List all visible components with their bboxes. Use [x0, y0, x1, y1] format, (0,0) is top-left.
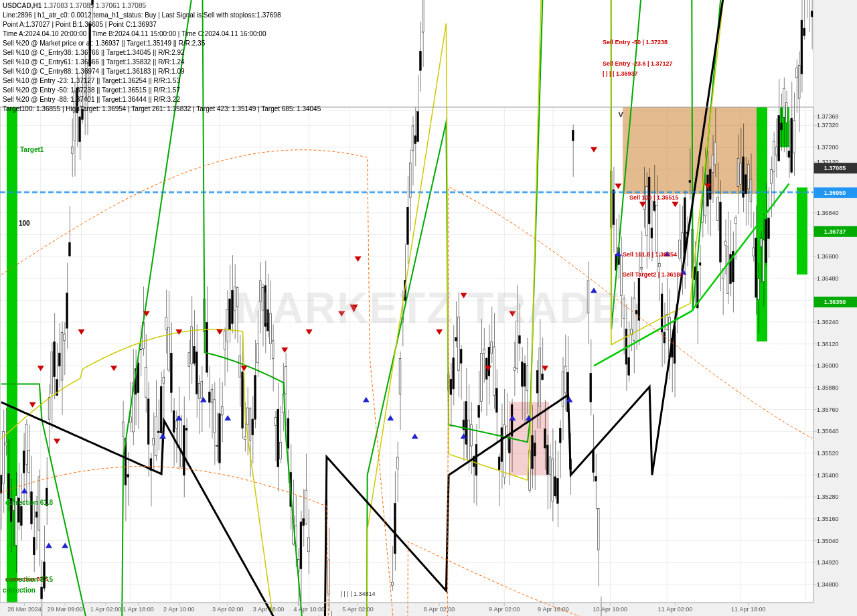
correction-label: correction [3, 587, 35, 594]
symbol-line: USDCAD,H1 1.37083 1.37085 1.37061 1.3708… [3, 1, 321, 11]
symbol-text: USDCAD,H1 [3, 2, 42, 9]
sell-entry-236-label: Sell Entry -23.6 | 1.37127 [603, 60, 673, 67]
price-136937-label: | | | | 1.36937 [603, 70, 638, 77]
info-panel: USDCAD,H1 1.37083 1.37085 1.37061 1.3708… [3, 1, 321, 114]
info-line3: Time A:2024.04.10 20:00:00 | Time B:2024… [3, 29, 321, 39]
info-line2: Point A:1.37027 | Point B:1.36605 | Poin… [3, 20, 321, 29]
sell-line6: Sell %20 @ Entry -50: 1.37238 || Target:… [3, 86, 321, 95]
targets-line: Target100: 1.36855 | HighTarget: 1.36954… [3, 104, 321, 114]
sell-100-label: Sell 100 | 1.36515 [629, 194, 679, 201]
sell-target2-label: Sell Target2 | 1.36183 [623, 271, 683, 278]
sell-line7: Sell %20 @ Entry -88: 1.37401 || Target:… [3, 95, 321, 104]
target1-label: Target1 [20, 146, 44, 153]
sell-line3: Sell %10 @ C_Entry61: 1.36866 || Target:… [3, 58, 321, 67]
sell-line5: Sell %10 @ Entry -23: 1.37127 || Target:… [3, 76, 321, 86]
sell-line1: Sell %20 @ Market price or at: 1.36937 |… [3, 39, 321, 48]
sell-line2: Sell %10 @ C_Entry38: 1.36766 || Target:… [3, 48, 321, 58]
chart-container: MARKETZ TRADE USDCAD,H1 1.37083 1.37085 … [0, 0, 857, 616]
prices-text: 1.37083 1.37085 1.37061 1.37085 [44, 2, 146, 9]
sell-entry-50-label: Sell Entry -50 | 1.37238 [603, 39, 668, 46]
sell-1618-label: Sell 161.8 | 1.36254 [623, 251, 677, 258]
sell-line4: Sell %10 @ C_Entry88: 1.36974 || Target:… [3, 67, 321, 76]
level-100-label: 100 [19, 220, 30, 227]
info-line1: Line:2896 | h1_atr_c0: 0.0012 tema_h1_st… [3, 11, 321, 20]
correction-875-label: correction 87.5 [5, 576, 53, 583]
correction-618-label: correction 61.8 [5, 499, 53, 506]
